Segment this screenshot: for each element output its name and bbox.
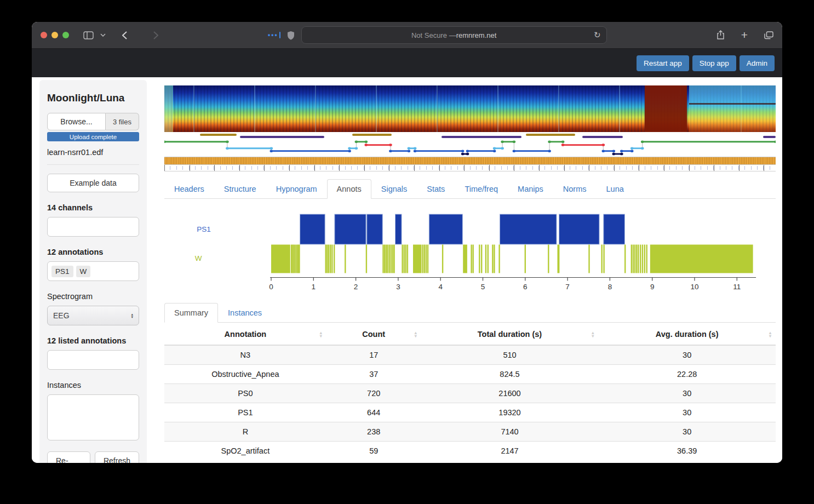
show-tabs-icon[interactable]	[764, 31, 773, 39]
table-row: Obstructive_Apnea37824.522.28	[164, 365, 776, 384]
listed-annotations-input[interactable]	[47, 350, 139, 370]
close-window-button[interactable]	[41, 32, 47, 38]
new-tab-icon[interactable]: +	[741, 31, 748, 39]
value-cell: 22.28	[598, 365, 776, 384]
annotation-cell: N3	[164, 345, 326, 365]
tab-group-icon[interactable]: •••	[268, 31, 280, 39]
column-header-count[interactable]: Count▴▾	[326, 324, 421, 345]
annotation-cell: PS1	[164, 403, 326, 422]
value-cell: 644	[326, 403, 421, 422]
column-header-total-duration-s[interactable]: Total duration (s)▴▾	[421, 324, 599, 345]
svg-text:5: 5	[481, 283, 485, 291]
refresh-button[interactable]: Refresh	[95, 451, 139, 463]
annotation-cell: Obstructive_Apnea	[164, 365, 326, 384]
value-cell: 30	[598, 403, 776, 422]
upload-progress-bar: Upload complete	[47, 132, 139, 141]
sort-arrows-icon[interactable]: ▴▾	[415, 331, 417, 337]
value-cell: 238	[326, 422, 421, 442]
share-icon[interactable]	[716, 30, 725, 40]
zoom-window-button[interactable]	[62, 32, 69, 38]
tab-headers[interactable]: Headers	[164, 179, 214, 199]
span-bar-purple	[763, 136, 776, 138]
svg-text:PS1: PS1	[197, 225, 211, 233]
tab-luna[interactable]: Luna	[597, 179, 634, 199]
annots-subtabs: SummaryInstances	[164, 303, 776, 323]
column-label: Avg. duration (s)	[656, 330, 719, 339]
tab-hypnogram[interactable]: Hypnogram	[266, 179, 327, 199]
privacy-shield-icon[interactable]	[287, 31, 295, 40]
sort-arrows-icon[interactable]: ▴▾	[769, 331, 771, 337]
svg-text:3: 3	[396, 283, 400, 291]
browse-button[interactable]: Browse...	[47, 113, 106, 130]
svg-text:7: 7	[565, 283, 570, 291]
column-header-avg-duration-s[interactable]: Avg. duration (s)▴▾	[598, 324, 776, 345]
span-bar-olive	[352, 134, 392, 136]
value-cell: 720	[326, 384, 421, 403]
annotation-cell: SpO2_artifact	[164, 442, 326, 461]
annotation-span-track	[164, 133, 776, 139]
subtab-summary[interactable]: Summary	[164, 303, 218, 323]
tab-signals[interactable]: Signals	[371, 179, 417, 199]
tab-manips[interactable]: Manips	[508, 179, 553, 199]
tab-structure[interactable]: Structure	[214, 179, 266, 199]
span-bar-olive	[526, 134, 575, 136]
svg-text:4: 4	[438, 283, 443, 291]
value-cell: 37	[326, 365, 421, 384]
column-label: Count	[362, 330, 385, 339]
address-bar[interactable]: Not Secure — remnrem.net ↻	[301, 26, 607, 44]
spectrogram-image	[164, 85, 776, 132]
subtab-instances[interactable]: Instances	[218, 303, 272, 323]
annotation-tag-ps1[interactable]: PS1	[51, 266, 73, 277]
svg-text:0: 0	[269, 283, 273, 291]
annotation-tag-w[interactable]: W	[76, 266, 91, 277]
annotations-label: 12 annotations	[47, 248, 139, 256]
value-cell: 17	[326, 345, 421, 365]
re-epoch-button[interactable]: Re-epoch	[47, 451, 90, 463]
table-row: PS07202160030	[164, 384, 776, 403]
value-cell: 59	[326, 442, 421, 461]
svg-text:W: W	[195, 254, 202, 262]
column-label: Annotation	[225, 330, 267, 339]
channels-label: 14 channels	[47, 203, 139, 212]
minimize-window-button[interactable]	[51, 32, 58, 38]
value-cell: 19320	[421, 403, 599, 422]
time-ruler	[164, 165, 776, 171]
column-header-annotation[interactable]: Annotation▴▾	[164, 324, 326, 345]
stage-trace-plot	[164, 139, 776, 157]
tab-time-freq[interactable]: Time/freq	[455, 179, 508, 199]
stop-app-button[interactable]: Stop app	[692, 55, 736, 71]
value-cell: 21600	[421, 384, 599, 403]
restart-app-button[interactable]: Restart app	[637, 55, 689, 71]
annotations-input[interactable]: PS1W	[47, 261, 139, 281]
value-cell: 30	[598, 422, 776, 442]
tab-stats[interactable]: Stats	[417, 179, 455, 199]
sort-arrows-icon[interactable]: ▴▾	[320, 331, 322, 337]
spectrogram-select[interactable]: EEG ▴▾	[47, 306, 139, 325]
tab-annots[interactable]: Annots	[327, 179, 371, 199]
span-bar-purple	[442, 136, 521, 138]
annotation-cell: PS0	[164, 384, 326, 403]
forward-button[interactable]	[153, 31, 158, 39]
sort-arrows-icon[interactable]: ▴▾	[592, 331, 594, 337]
admin-button[interactable]: Admin	[740, 55, 775, 71]
table-row: SpO2_artifact59214736.39	[164, 442, 776, 461]
tab-norms[interactable]: Norms	[553, 179, 597, 199]
table-row: PS16441932030	[164, 403, 776, 422]
spectrogram-wake-region	[689, 85, 776, 132]
uploaded-filename: learn-nsrr01.edf	[47, 148, 139, 157]
sidebar-toggle-icon[interactable]	[83, 31, 94, 39]
url-host: remnrem.net	[456, 31, 497, 39]
not-secure-label: Not Secure —	[411, 31, 456, 39]
instances-textarea[interactable]	[47, 394, 139, 440]
back-button[interactable]	[122, 31, 127, 39]
span-bar-purple	[240, 136, 324, 138]
spectrogram-selected-value: EEG	[53, 311, 70, 320]
browser-window: ••• Not Secure — remnrem.net ↻ + Restart…	[32, 22, 782, 463]
app-title: Moonlight/Luna	[47, 92, 139, 104]
annots-timeline-chart: 01234567891011PS1W	[164, 208, 776, 297]
app-header: Restart appStop appAdmin	[32, 49, 782, 77]
chevron-down-icon[interactable]	[100, 33, 106, 37]
example-data-button[interactable]: Example data	[47, 174, 139, 192]
channels-input[interactable]	[47, 217, 139, 237]
reload-icon[interactable]: ↻	[594, 30, 601, 40]
